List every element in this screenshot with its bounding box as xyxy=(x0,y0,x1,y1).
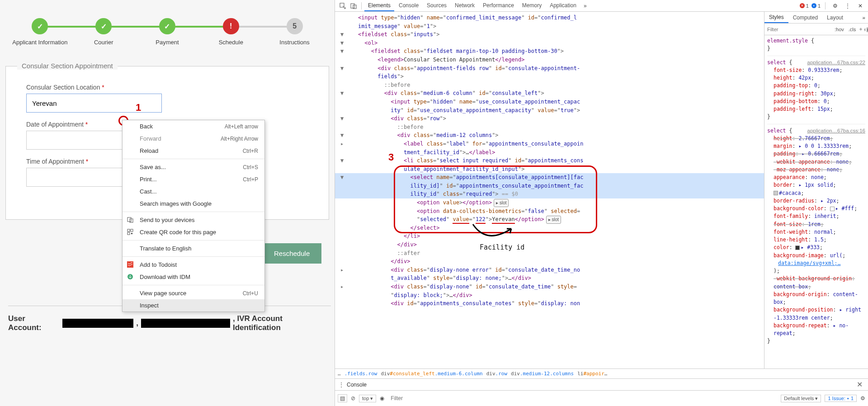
dom-node[interactable]: tment_facility_id">…</label> xyxy=(335,148,764,157)
dom-node[interactable]: ::after xyxy=(335,249,764,258)
message-badge[interactable]: ▪1 xyxy=(811,3,821,9)
ctx-item-cast-[interactable]: Cast... xyxy=(123,185,264,198)
close-devtools-icon[interactable]: ✕ xyxy=(855,1,865,11)
dom-node[interactable]: ::before xyxy=(335,123,764,132)
dom-node[interactable]: <input type="hidden" name="use_consulate… xyxy=(335,98,764,106)
breadcrumb-item[interactable]: .fields.row xyxy=(344,371,377,377)
dom-node[interactable]: </div> xyxy=(335,257,764,266)
devtools: ElementsConsoleSourcesNetworkPerformance… xyxy=(335,0,868,406)
dom-node[interactable]: <legend>Consular Section Appointment</le… xyxy=(335,56,764,64)
qr-icon xyxy=(127,229,134,236)
dom-node[interactable]: "display: block;">…</div> xyxy=(335,291,764,300)
styles-pane: StylesComputedLayout» :hov .cls ＋ ⫞ ▣ el… xyxy=(764,12,868,368)
console-drawer: ⋮ Console ✕ ▤ ⊘ top ▾ ◉ Default levels ▾… xyxy=(335,378,868,406)
ctx-item-translate-to-english[interactable]: Translate to English xyxy=(123,242,264,255)
inspect-element-icon[interactable] xyxy=(338,1,348,11)
dom-node[interactable]: ▼ <ol> xyxy=(335,39,764,47)
ctx-item-reload[interactable]: ReloadCtrl+R xyxy=(123,145,264,157)
step-instructions[interactable]: 5Instructions xyxy=(263,18,326,46)
devtools-tab-application[interactable]: Application xyxy=(546,0,580,11)
live-expr-icon[interactable]: ◉ xyxy=(380,395,384,401)
dom-node[interactable]: t_available" style="display: none;">…</d… xyxy=(335,274,764,283)
dom-node[interactable]: ::before xyxy=(335,81,764,90)
devtools-tab-elements[interactable]: Elements xyxy=(364,0,394,11)
console-filter-input[interactable] xyxy=(388,394,777,403)
ctx-item-search-images-with-google[interactable]: Search images with Google xyxy=(123,198,264,210)
elements-tree[interactable]: <input type="hidden" name="confirmed_lim… xyxy=(335,12,764,368)
ctx-item-download-with-idm[interactable]: Download with IDM xyxy=(123,271,264,283)
ctx-item-send-to-your-devices[interactable]: Send to your devices xyxy=(123,214,264,226)
device-icon xyxy=(127,217,134,224)
breadcrumb-item[interactable]: div.row xyxy=(486,371,507,377)
devtools-tab-sources[interactable]: Sources xyxy=(423,0,450,11)
dom-node[interactable]: ▼ <div class="appointment-fields row" id… xyxy=(335,64,764,73)
styles-filter-input[interactable] xyxy=(764,25,832,33)
dom-node[interactable]: fields"> xyxy=(335,72,764,81)
breadcrumb-item[interactable]: div#consulate_left.medium-6.column xyxy=(381,371,482,377)
close-drawer-icon[interactable]: ✕ xyxy=(855,380,864,389)
breadcrumb-item[interactable]: … xyxy=(338,371,341,377)
dom-node[interactable]: ▸ <label class="label" for="appointments… xyxy=(335,140,764,148)
progress-stepper: ✓Applicant Information✓Courier✓Payment!S… xyxy=(4,5,331,50)
dom-node[interactable]: imit_message" value="1"> xyxy=(335,22,764,31)
dom-node[interactable]: ▼ <div class="medium-12 columns"> xyxy=(335,131,764,140)
styles-tab-styles[interactable]: Styles xyxy=(764,12,788,23)
dom-node[interactable]: ▼ <div class="row"> xyxy=(335,114,764,123)
ctx-item-inspect[interactable]: Inspect xyxy=(123,299,264,312)
dom-node[interactable]: ▸ <div class="display-none error" id="co… xyxy=(335,266,764,274)
ctx-item-save-as-[interactable]: Save as...Ctrl+S xyxy=(123,161,264,173)
device-toggle-icon[interactable] xyxy=(349,1,359,11)
location-select[interactable] xyxy=(26,94,162,113)
more-tabs-icon[interactable]: » xyxy=(581,3,590,9)
step-schedule[interactable]: !Schedule xyxy=(199,18,263,46)
styles-tab-computed[interactable]: Computed xyxy=(788,13,822,23)
console-settings-icon[interactable]: ⚙ xyxy=(860,395,865,401)
ctx-item-view-page-source[interactable]: View page sourceCtrl+U xyxy=(123,287,264,299)
ctx-item-print-[interactable]: Print...Ctrl+P xyxy=(123,173,264,185)
breadcrumb-item[interactable]: li#appoir… xyxy=(577,371,607,377)
clear-console-icon[interactable]: ⊘ xyxy=(351,395,355,401)
drawer-menu-icon[interactable]: ⋮ xyxy=(339,382,344,388)
dom-node[interactable]: <input type="hidden" name="confirmed_lim… xyxy=(335,14,764,22)
kebab-menu-icon[interactable]: ⋮ xyxy=(843,1,853,11)
dom-node[interactable]: <div id="appointments_consulate_notes" s… xyxy=(335,299,764,308)
step-applicant-information[interactable]: ✓Applicant Information xyxy=(8,18,72,46)
log-levels-selector[interactable]: Default levels ▾ xyxy=(781,395,821,402)
devtools-tab-performance[interactable]: Performance xyxy=(479,0,518,11)
dom-node[interactable]: ity" id="use_consulate_appointment_capac… xyxy=(335,106,764,115)
svg-rect-3 xyxy=(131,229,133,231)
breadcrumb-item[interactable]: div.medium-12.columns xyxy=(511,371,574,377)
step-courier[interactable]: ✓Courier xyxy=(72,18,136,46)
styles-tab-layout[interactable]: Layout xyxy=(822,13,848,23)
reschedule-button[interactable]: Reschedule xyxy=(262,243,321,264)
new-rule-icon[interactable]: ＋ xyxy=(858,26,863,33)
context-selector[interactable]: top ▾ xyxy=(359,395,376,402)
styles-rules[interactable]: element.style {}selectapplication…67ba.c… xyxy=(764,35,868,368)
console-tab[interactable]: Console xyxy=(347,382,367,388)
more-style-tabs-icon[interactable]: » xyxy=(860,15,868,20)
dom-node[interactable]: </li> xyxy=(335,232,764,241)
sidebar-toggle-icon[interactable]: ▤ xyxy=(338,394,347,402)
dom-breadcrumb[interactable]: ….fields.rowdiv#consulate_left.medium-6.… xyxy=(335,368,868,378)
settings-icon[interactable]: ⚙ xyxy=(830,1,840,11)
dom-node[interactable]: ▼ <li class="select input required" id="… xyxy=(335,156,764,165)
error-badge[interactable]: ✕1 xyxy=(800,3,809,9)
issues-badge[interactable]: 1 Issue: ▪1 xyxy=(825,395,857,402)
svg-rect-9 xyxy=(351,4,354,8)
ctx-item-add-to-todoist[interactable]: Add to Todoist xyxy=(123,259,264,271)
annotation-3: 3 xyxy=(388,150,394,165)
dom-node[interactable]: ▼ <fieldset class="inputs"> xyxy=(335,30,764,39)
hov-toggle[interactable]: :hov xyxy=(832,26,846,33)
box-model-icon[interactable]: ▣ xyxy=(866,26,868,33)
dom-node[interactable]: </div> xyxy=(335,241,764,249)
devtools-tab-network[interactable]: Network xyxy=(451,0,478,11)
devtools-tab-console[interactable]: Console xyxy=(395,0,422,11)
dom-node[interactable]: ▼ <div class="medium-6 column" id="consu… xyxy=(335,89,764,98)
ctx-item-back[interactable]: BackAlt+Left arrow xyxy=(123,120,264,132)
step-payment[interactable]: ✓Payment xyxy=(136,18,199,46)
ctx-item-create-qr-code-for-this-page[interactable]: Create QR code for this page xyxy=(123,226,264,238)
dom-node[interactable]: ▸ <div class="display-none" id="consulat… xyxy=(335,283,764,291)
devtools-tab-memory[interactable]: Memory xyxy=(519,0,545,11)
dom-node[interactable]: ▼ <fieldset class="fieldset margin-top-1… xyxy=(335,47,764,56)
cls-toggle[interactable]: .cls xyxy=(846,26,859,33)
